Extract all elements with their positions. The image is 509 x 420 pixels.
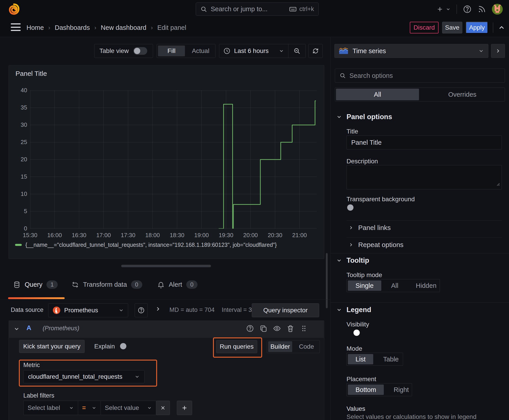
tooltip-mode-single[interactable]: Single (348, 280, 381, 291)
options-divider (347, 220, 502, 221)
builder-option[interactable]: Builder (268, 341, 292, 352)
select-value-dropdown[interactable]: Select value (100, 401, 156, 415)
hide-query-icon[interactable] (273, 324, 281, 332)
save-button[interactable]: Save (442, 22, 462, 33)
time-range-picker[interactable]: Last 6 hours (219, 44, 306, 58)
legend-series-name[interactable]: {__name__="cloudflared_tunnel_total_requ… (25, 242, 277, 248)
panel-resize-handle[interactable] (121, 265, 211, 267)
legend-placement-bottom[interactable]: Bottom (348, 384, 384, 395)
x-tick-label: 19:00 (194, 232, 209, 239)
select-label-placeholder: Select label (28, 404, 60, 412)
tab-overrides[interactable]: Overrides (421, 89, 504, 100)
legend-section-header[interactable]: Legend (336, 306, 371, 314)
fill-option[interactable]: Fill (158, 45, 185, 56)
query-ref-id[interactable]: A (26, 324, 31, 332)
tab-alert-badge: 0 (186, 280, 198, 289)
repeat-options-section[interactable]: Repeat options (348, 241, 403, 249)
actions-divider (493, 22, 493, 33)
select-label-dropdown[interactable]: Select label (23, 401, 78, 415)
panel-links-section[interactable]: Panel links (348, 224, 391, 232)
label-filters-label: Label filters (23, 392, 54, 399)
tab-query[interactable]: Query 1 (13, 280, 58, 289)
tooltip-mode-all[interactable]: All (384, 280, 406, 291)
grafana-logo-icon[interactable] (8, 3, 20, 15)
query-help-icon[interactable] (246, 324, 254, 332)
time-range-label: Last 6 hours (234, 47, 269, 54)
y-tick-label: 40 (21, 87, 27, 94)
tab-alert-label: Alert (169, 281, 182, 288)
builder-code-switch: Builder Code (267, 340, 320, 353)
x-tick-label: 18:00 (145, 232, 160, 239)
delete-query-icon[interactable] (286, 324, 295, 332)
breadcrumb-new-dashboard[interactable]: New dashboard (101, 24, 146, 31)
help-icon[interactable] (463, 5, 472, 14)
news-icon[interactable] (478, 5, 486, 14)
y-tick-label: 25 (21, 139, 27, 146)
y-tick-label: 20 (21, 156, 27, 163)
duplicate-query-icon[interactable] (259, 324, 267, 332)
breadcrumb-home[interactable]: Home (26, 24, 44, 31)
collapse-query-icon[interactable] (14, 326, 20, 332)
topbar-divider (456, 5, 457, 14)
datasource-help-button[interactable] (135, 303, 148, 317)
tab-alert[interactable]: Alert 0 (157, 280, 198, 289)
legend-placement-right[interactable]: Right (386, 384, 417, 395)
resize-handle-icon[interactable] (495, 181, 501, 187)
search-bar[interactable]: Search or jump to... ctrl+k (196, 2, 319, 16)
legend-mode-table[interactable]: Table (375, 354, 406, 364)
x-tick-label: 17:30 (121, 232, 135, 239)
refresh-button[interactable] (308, 44, 323, 58)
chart-plot[interactable] (30, 90, 317, 229)
legend-series-swatch[interactable] (15, 244, 22, 246)
section-divider (330, 253, 509, 253)
tooltip-section-header[interactable]: Tooltip (336, 256, 369, 264)
kick-start-query-button[interactable]: Kick start your query (19, 340, 85, 353)
operator-dropdown[interactable]: = (78, 401, 101, 415)
breadcrumb-dashboards[interactable]: Dashboards (55, 24, 90, 31)
options-search-field[interactable]: Search options (335, 69, 505, 82)
options-filter-tabs: All Overrides (335, 88, 505, 101)
tooltip-mode-hidden[interactable]: Hidden (408, 280, 444, 291)
panel-title[interactable]: Panel Title (15, 70, 47, 77)
expand-stats-icon[interactable] (155, 306, 161, 312)
query-inspector-button[interactable]: Query inspector (252, 303, 319, 317)
clock-icon (223, 47, 230, 54)
description-textarea[interactable] (347, 165, 502, 189)
add-button[interactable] (436, 6, 451, 13)
panel-title-input[interactable] (347, 135, 502, 150)
add-filter-button[interactable] (177, 401, 192, 415)
metric-select[interactable]: cloudflared_tunnel_total_requests (23, 370, 144, 383)
y-tick-label: 35 (21, 104, 27, 111)
apply-button[interactable]: Apply (466, 22, 488, 33)
bell-icon (157, 281, 165, 289)
search-shortcut: ctrl+k (289, 5, 314, 13)
toggle-viz-picker-button[interactable] (491, 44, 505, 58)
x-tick-label: 16:30 (72, 232, 86, 239)
user-avatar[interactable] (492, 4, 503, 15)
run-queries-button[interactable]: Run queries (216, 340, 257, 353)
chart-legend: {__name__="cloudflared_tunnel_total_requ… (15, 242, 277, 248)
code-option[interactable]: Code (295, 341, 319, 352)
legend-mode-list[interactable]: List (348, 354, 373, 364)
tab-all[interactable]: All (336, 89, 419, 100)
table-view-control: Table view (94, 44, 153, 58)
tab-transform-data[interactable]: Transform data 0 (71, 280, 142, 289)
top-navbar: Search or jump to... ctrl+k (0, 0, 509, 18)
remove-filter-button[interactable] (156, 401, 170, 415)
legend-mode-label: Mode (347, 345, 362, 352)
discard-button[interactable]: Discard (410, 22, 439, 33)
visualization-picker[interactable]: Time series (334, 44, 488, 58)
x-tick-label: 21:00 (292, 232, 307, 239)
x-tick-label: 19:30 (219, 232, 233, 239)
drag-handle-icon[interactable] (300, 324, 308, 332)
datasource-picker[interactable]: Prometheus (48, 303, 128, 317)
collapse-options-icon[interactable] (498, 24, 505, 31)
panel-options-heading: Panel options (347, 113, 392, 121)
menu-toggle-icon[interactable] (11, 23, 21, 31)
zoom-out-time-button[interactable] (288, 44, 305, 58)
chevron-down-icon (134, 374, 140, 379)
panel-options-section-header[interactable]: Panel options (336, 113, 392, 121)
actual-option[interactable]: Actual (187, 45, 214, 56)
table-view-toggle[interactable] (133, 47, 147, 55)
editor-tabs: Query 1 Transform data 0 Alert 0 (0, 273, 330, 300)
